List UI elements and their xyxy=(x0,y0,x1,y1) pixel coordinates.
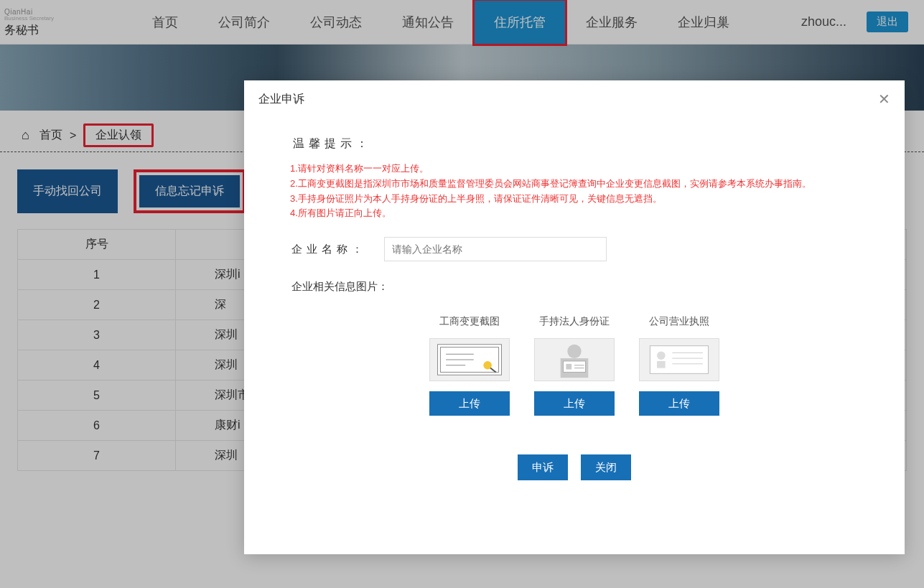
upload-thumb-icon[interactable] xyxy=(639,338,719,381)
upload-caption: 公司营业执照 xyxy=(649,315,709,328)
submit-button[interactable]: 申诉 xyxy=(518,454,568,480)
svg-point-6 xyxy=(567,345,581,358)
svg-rect-12 xyxy=(650,346,708,374)
appeal-modal: 企业申诉 ✕ 温馨提示： 1.请针对资料名称一一对应上传。2.工商变更截图是指深… xyxy=(244,80,905,554)
upload-caption: 手持法人身份证 xyxy=(539,315,610,328)
upload-button[interactable]: 上传 xyxy=(429,391,510,416)
svg-rect-9 xyxy=(566,364,571,370)
tip-line: 4.所有图片请正向上传。 xyxy=(290,206,862,221)
svg-point-13 xyxy=(657,352,666,360)
upload-col-1: 手持法人身份证上传 xyxy=(531,315,617,416)
upload-col-2: 公司营业执照上传 xyxy=(636,315,722,416)
upload-caption: 工商变更截图 xyxy=(439,315,500,328)
svg-rect-14 xyxy=(657,361,666,368)
company-name-label: 企业名称： xyxy=(291,243,367,256)
tip-line: 2.工商变更截图是指深圳市市场和质量监督管理委员会网站商事登记簿查询中企业变更信… xyxy=(290,177,862,192)
upload-button[interactable]: 上传 xyxy=(639,391,719,416)
upload-section-label: 企业相关信息图片： xyxy=(291,280,862,294)
modal-footer: 申诉 关闭 xyxy=(287,454,862,480)
tip-list: 1.请针对资料名称一一对应上传。2.工商变更截图是指深圳市市场和质量监督管理委员… xyxy=(287,162,862,221)
upload-thumb-icon[interactable] xyxy=(534,338,615,381)
modal-title: 企业申诉 xyxy=(258,92,304,107)
company-name-input[interactable] xyxy=(384,237,607,261)
modal-header: 企业申诉 ✕ xyxy=(244,80,905,119)
upload-button[interactable]: 上传 xyxy=(534,391,615,416)
tip-line: 1.请针对资料名称一一对应上传。 xyxy=(290,162,862,177)
close-icon[interactable]: ✕ xyxy=(878,90,890,108)
upload-col-0: 工商变更截图上传 xyxy=(426,315,513,416)
upload-row: 工商变更截图上传手持法人身份证上传公司营业执照上传 xyxy=(287,315,862,416)
tip-line: 3.手持身份证照片为本人手持身份证的上半身照，请保证证件清晰可见，关键信息无遮挡… xyxy=(290,192,862,207)
upload-thumb-icon[interactable] xyxy=(429,338,510,381)
tip-heading: 温馨提示： xyxy=(293,136,862,151)
company-name-row: 企业名称： xyxy=(291,237,862,261)
close-button[interactable]: 关闭 xyxy=(581,454,631,480)
